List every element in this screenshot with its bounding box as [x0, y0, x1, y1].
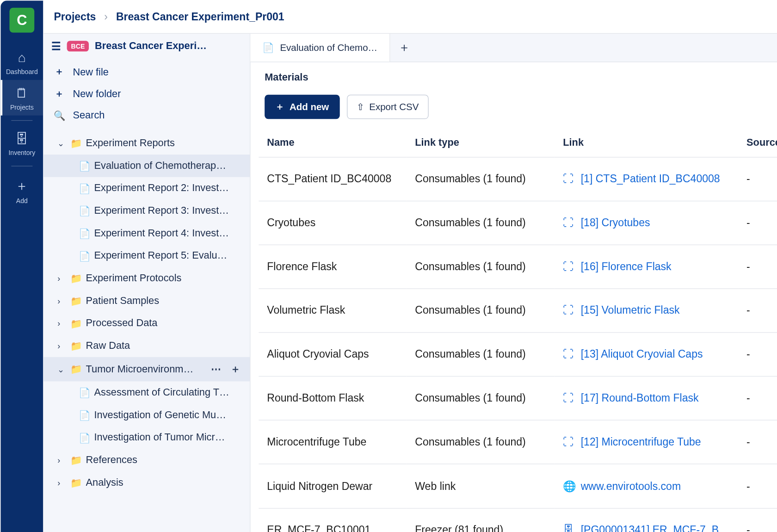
more-icon[interactable]: ⋯ [209, 363, 223, 376]
tree-icon: ⛶ [563, 173, 574, 186]
chevron-icon: ⌄ [57, 139, 66, 148]
toolbar: ＋ Add new ⇧ Export CSV [250, 90, 777, 130]
file-icon: 📄 [79, 387, 89, 398]
tree-file[interactable]: 📄Experiment Report 2: Invest… [43, 177, 250, 200]
new-folder-action[interactable]: ＋New folder [43, 83, 250, 105]
folder-icon: 📁 [70, 340, 81, 351]
tree-item-label: Tumor Microenvironm… [86, 363, 204, 375]
chevron-icon: › [57, 273, 66, 283]
folder-icon: 📁 [70, 295, 81, 306]
nav-projects[interactable]: 🗒 Projects [0, 80, 43, 116]
nav-add[interactable]: ＋ Add [0, 171, 43, 209]
tab-document[interactable]: 📄 Evaluation of Chemo… [250, 34, 389, 62]
tree-file[interactable]: 📄Evaluation of Chemotherap… [43, 155, 250, 177]
table-row[interactable]: Aliquot Cryovial Caps Consumables (1 fou… [259, 333, 777, 377]
add-new-button[interactable]: ＋ Add new [265, 95, 339, 119]
folder-icon: 📁 [70, 454, 81, 465]
tree-folder[interactable]: ⌄📁Tumor Microenvironm…⋯＋ [43, 357, 250, 381]
cell-link[interactable]: ⛶[16] Florence Flask [555, 245, 738, 289]
link-text[interactable]: [18] Cryotubes [581, 217, 650, 229]
cell-link[interactable]: ⛶[13] Aliquot Cryovial Caps [555, 333, 738, 377]
link-text[interactable]: [16] Florence Flask [581, 260, 672, 272]
link-text[interactable]: [1] CTS_Patient ID_BC40008 [581, 173, 720, 185]
link-text[interactable]: [13] Aliquot Cryovial Caps [581, 348, 703, 360]
tree-file[interactable]: 📄Investigation of Genetic Mu… [43, 404, 250, 427]
nav-inventory[interactable]: 🗄 Inventory [0, 125, 43, 161]
search-action[interactable]: 🔍Search [43, 105, 250, 126]
plus-icon: ＋ [275, 101, 284, 113]
tab-add-button[interactable]: ＋ [390, 34, 418, 62]
tree-item-label: Evaluation of Chemotherap… [94, 160, 243, 172]
table-row[interactable]: ER_MCF-7_BC10001 Freezer (81 found) 🗄[PG… [259, 508, 777, 532]
chevron-icon: › [57, 341, 66, 350]
file-icon: 📄 [79, 250, 89, 261]
column-header[interactable]: Link [555, 130, 738, 157]
table-row[interactable]: Volumetric Flask Consumables (1 found) ⛶… [259, 289, 777, 333]
topbar: Projects › Breast Cancer Experiment_Pr00… [43, 0, 777, 34]
tree-file[interactable]: 📄Investigation of Tumor Micr… [43, 427, 250, 449]
tree-file[interactable]: 📄Assessment of Circulating T… [43, 381, 250, 404]
link-text[interactable]: [12] Microcentrifuge Tube [581, 436, 701, 448]
cell-link[interactable]: ⛶[18] Cryotubes [555, 201, 738, 245]
link-text[interactable]: www.envirotools.com [581, 480, 681, 492]
plus-icon[interactable]: ＋ [228, 362, 243, 376]
cell-link[interactable]: ⛶[12] Microcentrifuge Tube [555, 420, 738, 464]
cell-name: CTS_Patient ID_BC40008 [259, 157, 407, 201]
tree-item-label: Assessment of Circulating T… [94, 387, 243, 399]
cell-linktype: Consumables (1 found) [407, 201, 555, 245]
button-label: Add new [290, 102, 329, 112]
cell-source: - [738, 376, 777, 420]
tree-item-label: Experiment Report 4: Invest… [94, 228, 243, 240]
table-row[interactable]: Florence Flask Consumables (1 found) ⛶[1… [259, 245, 777, 289]
tree-folder[interactable]: ›📁Analysis [43, 471, 250, 494]
table-row[interactable]: Microcentrifuge Tube Consumables (1 foun… [259, 420, 777, 464]
tree-folder[interactable]: ⌄📁Experiment Reports [43, 132, 250, 155]
cell-source: - [738, 508, 777, 532]
folder-icon: 📁 [70, 318, 81, 329]
column-header[interactable]: Link type [407, 130, 555, 157]
link-text[interactable]: [PG00001341] ER_MCF-7_B… [581, 524, 729, 532]
tree-folder[interactable]: ›📁Experiment Protocols [43, 267, 250, 290]
globe-icon: 🌐 [563, 480, 574, 493]
tree-folder[interactable]: ›📁Patient Samples [43, 290, 250, 312]
clipboard-icon: 🗒 [15, 86, 28, 101]
nav-dashboard[interactable]: ⌂ Dashboard [0, 44, 43, 80]
tree-folder[interactable]: ›📁Raw Data [43, 334, 250, 357]
breadcrumb-root[interactable]: Projects [54, 11, 96, 23]
tabstrip: 📄 Evaluation of Chemo… ＋ [250, 34, 777, 62]
link-text[interactable]: [17] Round-Bottom Flask [581, 392, 699, 404]
export-csv-button[interactable]: ⇧ Export CSV [347, 95, 429, 119]
tree-file[interactable]: 📄Experiment Report 4: Invest… [43, 222, 250, 245]
tab-label: Evaluation of Chemo… [280, 43, 377, 53]
tree-file[interactable]: 📄Experiment Report 5: Evalu… [43, 245, 250, 267]
link-text[interactable]: [15] Volumetric Flask [581, 304, 680, 316]
tree-folder[interactable]: ›📁Processed Data [43, 312, 250, 335]
table-row[interactable]: CTS_Patient ID_BC40008 Consumables (1 fo… [259, 157, 777, 201]
cell-link[interactable]: 🌐www.envirotools.com [555, 464, 738, 508]
file-icon: 📄 [79, 409, 89, 421]
plus-icon: ＋ [15, 177, 28, 195]
menu-icon[interactable]: ☰ [51, 40, 61, 53]
app-logo[interactable]: C [9, 8, 34, 33]
tree-folder[interactable]: ›📁References [43, 449, 250, 471]
tree-item-label: Experiment Reports [86, 137, 243, 149]
cell-link[interactable]: ⛶[1] CTS_Patient ID_BC40008 [555, 157, 738, 201]
cell-link[interactable]: ⛶[17] Round-Bottom Flask [555, 376, 738, 420]
tree-file[interactable]: 📄Experiment Report 3: Invest… [43, 199, 250, 222]
cell-link[interactable]: 🗄[PG00001341] ER_MCF-7_B… [555, 508, 738, 532]
table-row[interactable]: Cryotubes Consumables (1 found) ⛶[18] Cr… [259, 201, 777, 245]
cell-name: Liquid Nitrogen Dewar [259, 464, 407, 508]
table-row[interactable]: Round-Bottom Flask Consumables (1 found)… [259, 376, 777, 420]
column-header[interactable]: Name [259, 130, 407, 157]
table-row[interactable]: Liquid Nitrogen Dewar Web link 🌐www.envi… [259, 464, 777, 508]
cell-linktype: Freezer (81 found) [407, 508, 555, 532]
action-label: New file [73, 66, 108, 78]
tree-header: ☰ BCE Breast Cancer Experi… [43, 34, 250, 59]
cell-link[interactable]: ⛶[15] Volumetric Flask [555, 289, 738, 333]
column-header[interactable]: Source [738, 130, 777, 157]
action-label: Search [73, 110, 105, 122]
chevron-icon: ⌄ [57, 365, 66, 374]
new-file-action[interactable]: ＋New file [43, 61, 250, 83]
divider [11, 120, 32, 121]
chevron-right-icon: › [104, 11, 108, 23]
